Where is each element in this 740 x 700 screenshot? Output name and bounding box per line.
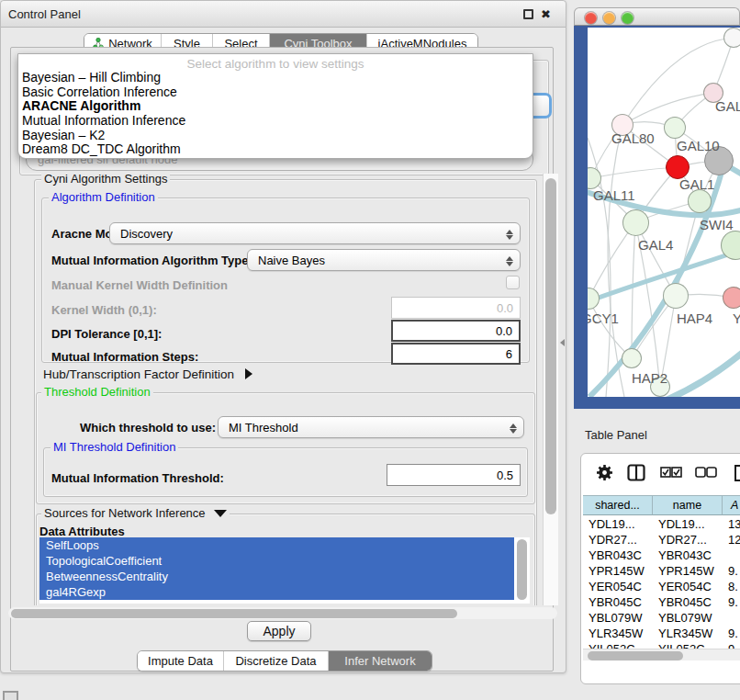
- settings-horizontal-scrollbar[interactable]: [8, 607, 557, 619]
- network-node[interactable]: [723, 28, 740, 48]
- column-header[interactable]: name: [653, 495, 723, 515]
- mi-type-value: Naive Bayes: [258, 254, 325, 267]
- network-node[interactable]: [622, 348, 642, 368]
- network-view-frame: GAL8 GAL80 GAL10 GAL1 GAL11 SWI4 GAL4 GC…: [574, 26, 740, 409]
- algorithm-option-selected[interactable]: ARACNE Algorithm: [18, 99, 533, 114]
- node-label: GAL10: [677, 138, 720, 153]
- algorithm-option[interactable]: Mutual Information Inference: [18, 114, 533, 129]
- table-panel: shared... name A YDL19... YDL19... 13 YD…: [580, 453, 740, 684]
- zoom-traffic-light-icon[interactable]: [622, 12, 633, 24]
- hub-section-label: Hub/Transcription Factor Definition: [43, 367, 234, 381]
- minimize-traffic-light-icon[interactable]: [603, 12, 615, 24]
- table-row[interactable]: YDR27... YDR27... 12: [583, 532, 740, 548]
- table-row[interactable]: YBR045C YBR045C 9.: [583, 594, 740, 610]
- new-table-icon[interactable]: [734, 464, 740, 482]
- algorithm-option[interactable]: Bayesian – Hill Climbing: [18, 71, 533, 85]
- table-row[interactable]: YBL079W YBL079W: [583, 610, 740, 626]
- table-horizontal-scrollbar[interactable]: [583, 649, 740, 660]
- panel-collapse-arrow-icon[interactable]: [560, 339, 565, 346]
- close-traffic-light-icon[interactable]: [585, 12, 597, 24]
- control-panel-titlebar[interactable]: Control Panel ✖: [1, 1, 566, 28]
- which-threshold-value: MI Threshold: [229, 421, 298, 435]
- cell-shared-name: YER054C: [583, 580, 653, 593]
- tab-infer-network[interactable]: Infer Network: [329, 651, 432, 671]
- node-label: GAL4: [638, 237, 673, 253]
- mi-threshold-field[interactable]: 0.5: [387, 464, 521, 486]
- network-canvas[interactable]: GAL8 GAL80 GAL10 GAL1 GAL11 SWI4 GAL4 GC…: [588, 28, 740, 397]
- sources-group-title[interactable]: Sources for Network Inference: [41, 507, 230, 520]
- which-threshold-combo[interactable]: MI Threshold: [218, 416, 524, 438]
- cell-name: YDL19...: [653, 517, 723, 531]
- algorithm-option[interactable]: Dream8 DC_TDC Algorithm: [18, 142, 533, 157]
- cell-name: YDR27...: [653, 533, 723, 547]
- cell-value: 9.: [723, 627, 740, 640]
- float-window-icon[interactable]: [523, 9, 533, 19]
- table-row[interactable]: YBR043C YBR043C: [583, 548, 740, 563]
- cell-value: 9.: [723, 595, 740, 609]
- table-hscroll-thumb[interactable]: [588, 651, 683, 660]
- table-panel-title: Table Panel: [585, 428, 647, 442]
- sources-title-text: Sources for Network Inference: [44, 506, 206, 520]
- mi-type-combo[interactable]: Naive Bayes: [247, 249, 521, 271]
- mi-steps-field[interactable]: 6: [391, 343, 521, 365]
- gear-icon[interactable]: [596, 464, 613, 481]
- network-node[interactable]: [664, 117, 686, 139]
- algorithm-option[interactable]: Basic Correlation Inference: [18, 85, 533, 100]
- settings-vscroll-thumb[interactable]: [545, 178, 556, 514]
- node-label: GAL80: [611, 130, 655, 146]
- column-header[interactable]: shared...: [583, 495, 653, 515]
- table-row[interactable]: YPR145W YPR145W 9.: [583, 563, 740, 579]
- window-title: Control Panel: [8, 7, 81, 21]
- kernel-width-field[interactable]: 0.0: [391, 297, 521, 319]
- tab-label: Impute Data: [148, 654, 213, 668]
- list-item[interactable]: TopologicalCoefficient: [39, 553, 514, 569]
- columns-icon[interactable]: [627, 464, 645, 481]
- cell-name: YLR345W: [653, 627, 723, 640]
- bottom-tab-bar: Impute Data Discretize Data Infer Networ…: [137, 650, 432, 672]
- chevron-down-icon: [214, 510, 227, 517]
- mi-type-label: Mutual Information Algorithm Type:: [51, 254, 252, 267]
- apply-button[interactable]: Apply: [247, 621, 311, 641]
- hub-section-toggle[interactable]: Hub/Transcription Factor Definition: [43, 367, 252, 381]
- table-row[interactable]: YER054C YER054C 8.: [583, 579, 740, 594]
- node-label: HAP4: [677, 310, 712, 326]
- cell-value: 12: [723, 533, 740, 547]
- aracne-mode-combo[interactable]: Discovery: [109, 222, 521, 244]
- algorithm-option[interactable]: Bayesian – K2: [18, 129, 533, 143]
- list-scrollbar-thumb[interactable]: [517, 539, 527, 600]
- deselect-all-icon[interactable]: [695, 467, 717, 478]
- tab-discretize-data[interactable]: Discretize Data: [224, 651, 329, 671]
- network-node[interactable]: [688, 189, 712, 213]
- dpi-tolerance-field[interactable]: 0.0: [391, 320, 521, 342]
- tab-impute-data[interactable]: Impute Data: [138, 651, 224, 671]
- settings-vertical-scrollbar[interactable]: [543, 174, 558, 605]
- network-node[interactable]: [663, 283, 689, 309]
- select-all-icon[interactable]: [660, 467, 682, 478]
- stepper-arrows-icon: [505, 227, 513, 242]
- network-node[interactable]: [723, 287, 740, 309]
- list-item[interactable]: gal4RGexp: [39, 584, 514, 600]
- kernel-width-label: Kernel Width (0,1):: [51, 303, 157, 317]
- control-panel-window: Control Panel ✖ Network Style Select: [0, 0, 566, 673]
- list-item[interactable]: SelfLoops: [39, 537, 514, 553]
- settings-group-title: Cyni Algorithm Settings: [41, 173, 170, 186]
- node-label: GAL8: [715, 98, 740, 114]
- restore-panel-icon[interactable]: [3, 691, 18, 700]
- node-label: Y: [733, 310, 740, 326]
- table-row[interactable]: YDL19... YDL19... 13: [583, 516, 740, 532]
- column-header[interactable]: A: [723, 495, 740, 515]
- settings-hscroll-thumb[interactable]: [11, 609, 457, 618]
- cell-name: YBL079W: [653, 611, 723, 625]
- cell-name: YPR145W: [653, 564, 723, 578]
- list-item[interactable]: BetweennessCentrality: [39, 569, 514, 584]
- cell-shared-name: YDL19...: [583, 517, 653, 531]
- network-node[interactable]: [622, 209, 649, 236]
- mi-threshold-label: Mutual Information Threshold:: [51, 471, 224, 485]
- table-row[interactable]: YLR345W YLR345W 9.: [583, 626, 740, 641]
- network-window-titlebar[interactable]: [574, 7, 740, 26]
- node-label: GAL1: [679, 176, 714, 192]
- mi-threshold-group-title: MI Threshold Definition: [50, 441, 178, 454]
- tab-label: Discretize Data: [235, 654, 316, 668]
- close-icon[interactable]: ✖: [541, 9, 551, 19]
- manual-kernel-checkbox[interactable]: [506, 276, 520, 289]
